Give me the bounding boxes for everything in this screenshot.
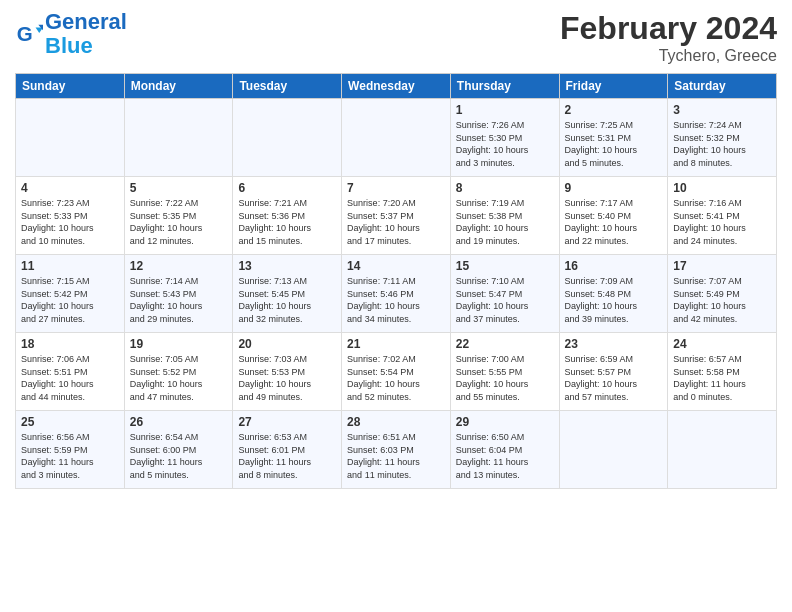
calendar-subtitle: Tychero, Greece — [560, 47, 777, 65]
week-row-1: 1Sunrise: 7:26 AM Sunset: 5:30 PM Daylig… — [16, 99, 777, 177]
calendar-container: G General Blue February 2024 Tychero, Gr… — [0, 0, 792, 499]
day-number: 17 — [673, 259, 771, 273]
calendar-cell: 21Sunrise: 7:02 AM Sunset: 5:54 PM Dayli… — [342, 333, 451, 411]
calendar-cell: 29Sunrise: 6:50 AM Sunset: 6:04 PM Dayli… — [450, 411, 559, 489]
day-info: Sunrise: 7:25 AM Sunset: 5:31 PM Dayligh… — [565, 119, 663, 169]
day-number: 22 — [456, 337, 554, 351]
calendar-cell: 28Sunrise: 6:51 AM Sunset: 6:03 PM Dayli… — [342, 411, 451, 489]
calendar-cell: 10Sunrise: 7:16 AM Sunset: 5:41 PM Dayli… — [668, 177, 777, 255]
week-row-5: 25Sunrise: 6:56 AM Sunset: 5:59 PM Dayli… — [16, 411, 777, 489]
day-info: Sunrise: 7:14 AM Sunset: 5:43 PM Dayligh… — [130, 275, 228, 325]
calendar-cell: 7Sunrise: 7:20 AM Sunset: 5:37 PM Daylig… — [342, 177, 451, 255]
day-info: Sunrise: 7:26 AM Sunset: 5:30 PM Dayligh… — [456, 119, 554, 169]
day-info: Sunrise: 7:07 AM Sunset: 5:49 PM Dayligh… — [673, 275, 771, 325]
day-number: 9 — [565, 181, 663, 195]
day-header-tuesday: Tuesday — [233, 74, 342, 99]
day-info: Sunrise: 6:59 AM Sunset: 5:57 PM Dayligh… — [565, 353, 663, 403]
day-number: 20 — [238, 337, 336, 351]
day-info: Sunrise: 7:15 AM Sunset: 5:42 PM Dayligh… — [21, 275, 119, 325]
logo: G General Blue — [15, 10, 127, 58]
day-info: Sunrise: 6:54 AM Sunset: 6:00 PM Dayligh… — [130, 431, 228, 481]
day-info: Sunrise: 7:05 AM Sunset: 5:52 PM Dayligh… — [130, 353, 228, 403]
day-number: 1 — [456, 103, 554, 117]
week-row-4: 18Sunrise: 7:06 AM Sunset: 5:51 PM Dayli… — [16, 333, 777, 411]
calendar-cell: 26Sunrise: 6:54 AM Sunset: 6:00 PM Dayli… — [124, 411, 233, 489]
calendar-cell: 16Sunrise: 7:09 AM Sunset: 5:48 PM Dayli… — [559, 255, 668, 333]
day-info: Sunrise: 7:03 AM Sunset: 5:53 PM Dayligh… — [238, 353, 336, 403]
day-info: Sunrise: 7:21 AM Sunset: 5:36 PM Dayligh… — [238, 197, 336, 247]
day-number: 26 — [130, 415, 228, 429]
day-number: 27 — [238, 415, 336, 429]
calendar-cell: 4Sunrise: 7:23 AM Sunset: 5:33 PM Daylig… — [16, 177, 125, 255]
day-info: Sunrise: 7:23 AM Sunset: 5:33 PM Dayligh… — [21, 197, 119, 247]
logo-text: General Blue — [45, 10, 127, 58]
day-number: 18 — [21, 337, 119, 351]
day-number: 4 — [21, 181, 119, 195]
day-header-monday: Monday — [124, 74, 233, 99]
calendar-table: SundayMondayTuesdayWednesdayThursdayFrid… — [15, 73, 777, 489]
day-info: Sunrise: 7:10 AM Sunset: 5:47 PM Dayligh… — [456, 275, 554, 325]
day-info: Sunrise: 6:57 AM Sunset: 5:58 PM Dayligh… — [673, 353, 771, 403]
day-number: 3 — [673, 103, 771, 117]
day-number: 21 — [347, 337, 445, 351]
day-number: 12 — [130, 259, 228, 273]
logo-icon: G — [15, 20, 43, 48]
calendar-cell: 3Sunrise: 7:24 AM Sunset: 5:32 PM Daylig… — [668, 99, 777, 177]
logo-blue: Blue — [45, 33, 93, 58]
day-number: 28 — [347, 415, 445, 429]
calendar-cell: 9Sunrise: 7:17 AM Sunset: 5:40 PM Daylig… — [559, 177, 668, 255]
day-header-thursday: Thursday — [450, 74, 559, 99]
day-info: Sunrise: 7:09 AM Sunset: 5:48 PM Dayligh… — [565, 275, 663, 325]
day-number: 15 — [456, 259, 554, 273]
day-number: 7 — [347, 181, 445, 195]
day-info: Sunrise: 7:06 AM Sunset: 5:51 PM Dayligh… — [21, 353, 119, 403]
day-number: 13 — [238, 259, 336, 273]
day-info: Sunrise: 7:19 AM Sunset: 5:38 PM Dayligh… — [456, 197, 554, 247]
day-info: Sunrise: 7:20 AM Sunset: 5:37 PM Dayligh… — [347, 197, 445, 247]
day-number: 6 — [238, 181, 336, 195]
calendar-cell: 13Sunrise: 7:13 AM Sunset: 5:45 PM Dayli… — [233, 255, 342, 333]
calendar-cell — [233, 99, 342, 177]
day-info: Sunrise: 7:13 AM Sunset: 5:45 PM Dayligh… — [238, 275, 336, 325]
calendar-cell: 24Sunrise: 6:57 AM Sunset: 5:58 PM Dayli… — [668, 333, 777, 411]
day-number: 24 — [673, 337, 771, 351]
calendar-cell: 17Sunrise: 7:07 AM Sunset: 5:49 PM Dayli… — [668, 255, 777, 333]
day-header-sunday: Sunday — [16, 74, 125, 99]
day-info: Sunrise: 7:11 AM Sunset: 5:46 PM Dayligh… — [347, 275, 445, 325]
day-number: 19 — [130, 337, 228, 351]
logo-general: General — [45, 9, 127, 34]
calendar-cell: 27Sunrise: 6:53 AM Sunset: 6:01 PM Dayli… — [233, 411, 342, 489]
day-number: 14 — [347, 259, 445, 273]
day-header-friday: Friday — [559, 74, 668, 99]
day-info: Sunrise: 6:56 AM Sunset: 5:59 PM Dayligh… — [21, 431, 119, 481]
day-header-saturday: Saturday — [668, 74, 777, 99]
week-row-3: 11Sunrise: 7:15 AM Sunset: 5:42 PM Dayli… — [16, 255, 777, 333]
calendar-cell: 12Sunrise: 7:14 AM Sunset: 5:43 PM Dayli… — [124, 255, 233, 333]
calendar-cell: 22Sunrise: 7:00 AM Sunset: 5:55 PM Dayli… — [450, 333, 559, 411]
calendar-cell: 11Sunrise: 7:15 AM Sunset: 5:42 PM Dayli… — [16, 255, 125, 333]
calendar-cell: 18Sunrise: 7:06 AM Sunset: 5:51 PM Dayli… — [16, 333, 125, 411]
week-row-2: 4Sunrise: 7:23 AM Sunset: 5:33 PM Daylig… — [16, 177, 777, 255]
day-number: 25 — [21, 415, 119, 429]
calendar-cell — [668, 411, 777, 489]
calendar-cell: 15Sunrise: 7:10 AM Sunset: 5:47 PM Dayli… — [450, 255, 559, 333]
calendar-cell: 1Sunrise: 7:26 AM Sunset: 5:30 PM Daylig… — [450, 99, 559, 177]
day-info: Sunrise: 7:16 AM Sunset: 5:41 PM Dayligh… — [673, 197, 771, 247]
calendar-cell: 5Sunrise: 7:22 AM Sunset: 5:35 PM Daylig… — [124, 177, 233, 255]
calendar-cell — [124, 99, 233, 177]
day-number: 8 — [456, 181, 554, 195]
day-number: 2 — [565, 103, 663, 117]
calendar-header-row: SundayMondayTuesdayWednesdayThursdayFrid… — [16, 74, 777, 99]
svg-text:G: G — [17, 22, 33, 45]
day-info: Sunrise: 7:02 AM Sunset: 5:54 PM Dayligh… — [347, 353, 445, 403]
calendar-title: February 2024 — [560, 10, 777, 47]
calendar-cell: 2Sunrise: 7:25 AM Sunset: 5:31 PM Daylig… — [559, 99, 668, 177]
day-number: 16 — [565, 259, 663, 273]
day-info: Sunrise: 7:22 AM Sunset: 5:35 PM Dayligh… — [130, 197, 228, 247]
day-info: Sunrise: 6:53 AM Sunset: 6:01 PM Dayligh… — [238, 431, 336, 481]
day-number: 5 — [130, 181, 228, 195]
calendar-cell — [559, 411, 668, 489]
day-info: Sunrise: 7:24 AM Sunset: 5:32 PM Dayligh… — [673, 119, 771, 169]
title-block: February 2024 Tychero, Greece — [560, 10, 777, 65]
calendar-cell: 20Sunrise: 7:03 AM Sunset: 5:53 PM Dayli… — [233, 333, 342, 411]
